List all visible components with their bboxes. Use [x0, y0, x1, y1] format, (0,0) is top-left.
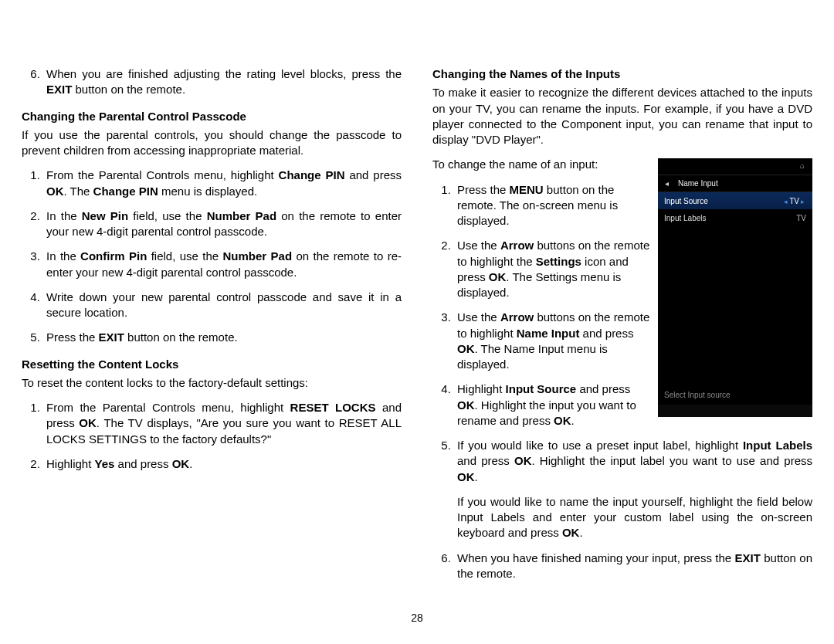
tv-row-value: ◂TV▸ — [782, 196, 806, 207]
passcode-heading: Changing the Parental Control Passcode — [22, 109, 402, 124]
text: button on the remote. — [72, 83, 185, 96]
prior-step-list: When you are finished adjusting the rati… — [22, 66, 402, 98]
tv-row-input-labels: Input Labels TV — [658, 209, 812, 226]
passcode-step-5: Press the EXIT button on the remote. — [43, 330, 402, 345]
tv-topbar: ⌂ — [658, 158, 812, 175]
left-column: When you are finished adjusting the rati… — [22, 66, 409, 592]
reset-step-1: From the Parental Controls menu, highlig… — [43, 400, 402, 447]
exit-bold: EXIT — [46, 83, 72, 96]
passcode-steps: From the Parental Controls menu, highlig… — [22, 168, 402, 345]
text: When you are finished adjusting the rati… — [46, 67, 402, 80]
step-6: When you are finished adjusting the rati… — [43, 66, 402, 98]
triangle-left-icon: ◂ — [782, 198, 789, 205]
inputs-intro: To make it easier to recognize the diffe… — [432, 85, 812, 147]
tv-title: Name Input — [675, 178, 812, 189]
tv-hint: Select Input source — [664, 390, 731, 401]
passcode-step-2: In the New Pin field, use the Number Pad… — [43, 208, 402, 240]
back-arrow-icon: ◂ — [658, 178, 675, 189]
inputs-body: ⌂ ◂ Name Input Input Source ◂TV▸ Input L… — [432, 157, 812, 592]
tv-row-label: Input Labels — [664, 213, 707, 224]
page-number: 28 — [0, 611, 834, 625]
reset-intro: To reset the content locks to the factor… — [22, 375, 402, 391]
home-icon: ⌂ — [800, 162, 808, 170]
passcode-step-3: In the Confirm Pin field, use the Number… — [43, 249, 402, 280]
reset-steps: From the Parental Controls menu, highlig… — [22, 400, 402, 472]
inputs-heading: Changing the Names of the Inputs — [432, 66, 812, 82]
inputs-step-5: If you would like to use a preset input … — [454, 438, 812, 541]
passcode-step-4: Write down your new parental control pas… — [43, 290, 402, 321]
tv-row-input-source: Input Source ◂TV▸ — [658, 192, 812, 209]
tv-onscreen-menu: ⌂ ◂ Name Input Input Source ◂TV▸ Input L… — [658, 158, 812, 417]
reset-step-2: Highlight Yes and press OK. — [43, 456, 402, 472]
tv-row-label: Input Source — [664, 196, 708, 207]
right-column: Changing the Names of the Inputs To make… — [425, 66, 812, 592]
tv-title-row: ◂ Name Input — [658, 175, 812, 192]
reset-heading: Resetting the Content Locks — [22, 357, 402, 372]
passcode-step-1: From the Parental Controls menu, highlig… — [43, 168, 402, 199]
inputs-step-6: When you have finished naming your input… — [454, 551, 812, 582]
tv-row-value: TV — [796, 213, 806, 224]
passcode-intro: If you use the parental controls, you sh… — [22, 127, 402, 159]
triangle-right-icon: ▸ — [799, 198, 806, 205]
manual-page: When you are finished adjusting the rati… — [0, 0, 834, 623]
tv-bottom-bar — [658, 405, 812, 417]
inputs-step-5-followup: If you would like to name the input your… — [457, 494, 812, 541]
